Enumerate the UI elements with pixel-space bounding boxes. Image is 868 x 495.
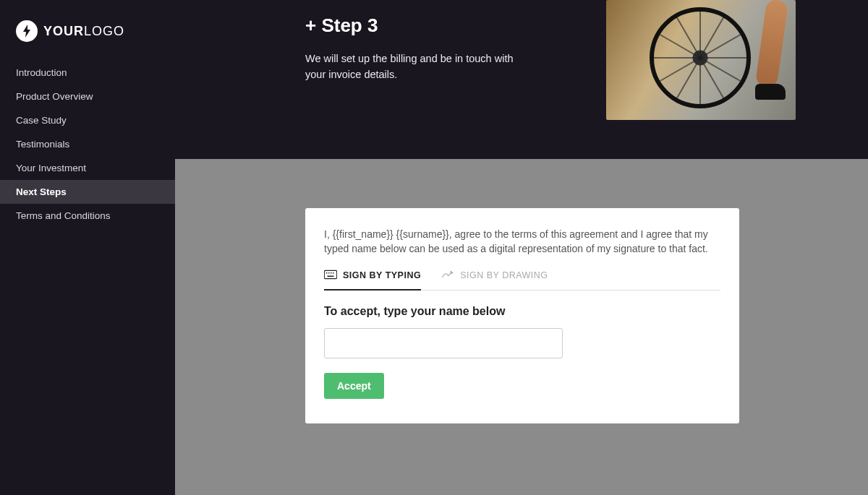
brand-logo: YOURLOGO xyxy=(0,20,175,61)
signature-name-input[interactable] xyxy=(324,328,563,358)
keyboard-icon xyxy=(324,270,337,282)
bolt-icon xyxy=(16,20,38,42)
brand-light: LOGO xyxy=(84,24,124,38)
sidebar-nav: Introduction Product Overview Case Study… xyxy=(0,61,175,228)
step-section: + Step 3 We will set up the billing and … xyxy=(175,0,868,159)
step-title: + Step 3 xyxy=(305,14,577,37)
svg-rect-1 xyxy=(326,272,328,274)
svg-rect-2 xyxy=(328,272,330,274)
agreement-text: I, {{first_name}} {{surname}}, agree to … xyxy=(324,227,720,257)
svg-rect-5 xyxy=(328,275,334,277)
svg-rect-0 xyxy=(324,270,336,278)
step-text-column: + Step 3 We will set up the billing and … xyxy=(305,14,577,120)
step-image xyxy=(606,0,796,120)
brand-text: YOURLOGO xyxy=(43,24,124,39)
sidebar: YOURLOGO Introduction Product Overview C… xyxy=(0,0,175,495)
signature-section: I, {{first_name}} {{surname}}, agree to … xyxy=(175,159,868,495)
accept-button[interactable]: Accept xyxy=(324,373,384,399)
step-body: We will set up the billing and be in tou… xyxy=(305,51,522,83)
tab-sign-by-drawing-label: SIGN BY DRAWING xyxy=(460,270,548,280)
tab-sign-by-typing-label: SIGN BY TYPING xyxy=(343,270,421,280)
sidebar-item-case-study[interactable]: Case Study xyxy=(0,108,175,132)
svg-rect-3 xyxy=(331,272,332,274)
tab-sign-by-drawing[interactable]: SIGN BY DRAWING xyxy=(441,270,548,290)
signature-prompt: To accept, type your name below xyxy=(324,305,720,318)
svg-rect-4 xyxy=(333,272,334,274)
sidebar-item-introduction[interactable]: Introduction xyxy=(0,61,175,85)
sidebar-item-your-investment[interactable]: Your Investment xyxy=(0,156,175,180)
sidebar-item-product-overview[interactable]: Product Overview xyxy=(0,85,175,108)
main-content: + Step 3 We will set up the billing and … xyxy=(175,0,868,495)
sidebar-item-testimonials[interactable]: Testimonials xyxy=(0,132,175,156)
sidebar-item-next-steps[interactable]: Next Steps xyxy=(0,180,175,204)
signature-card: I, {{first_name}} {{surname}}, agree to … xyxy=(305,208,739,423)
sidebar-item-terms[interactable]: Terms and Conditions xyxy=(0,204,175,228)
tab-sign-by-typing[interactable]: SIGN BY TYPING xyxy=(324,270,421,290)
signature-tabs: SIGN BY TYPING SIGN BY DRAWING xyxy=(324,270,720,290)
pen-icon xyxy=(441,270,454,282)
brand-strong: YOUR xyxy=(43,24,84,38)
